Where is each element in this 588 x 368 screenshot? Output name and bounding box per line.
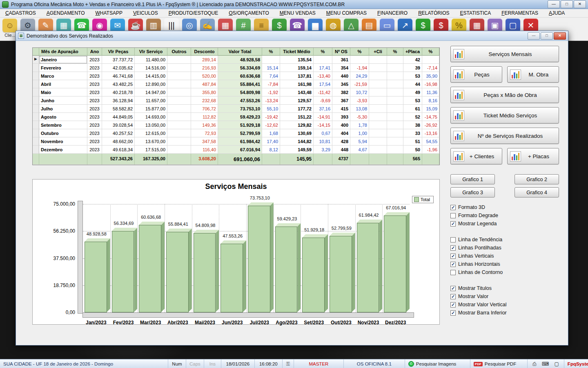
agenda-icon[interactable]: ✎ bbox=[37, 18, 55, 32]
table-row[interactable]: Fevereiro202342.035,6214.516,00216,9356.… bbox=[33, 64, 439, 72]
stock-icon[interactable]: ▥ bbox=[145, 18, 163, 32]
checkbox-mostrar-titulos[interactable]: ✓Mostrar Titulos bbox=[450, 284, 559, 292]
column-header[interactable]: +Cli bbox=[369, 48, 387, 56]
ticket-medio-button[interactable]: Ticket Médio Serviços bbox=[450, 107, 559, 123]
dollar-red-icon[interactable]: $ bbox=[432, 18, 450, 32]
barcode-icon[interactable]: ||| bbox=[163, 18, 180, 32]
search-pdf-button[interactable]: PDF Pesquisar PDF bbox=[470, 359, 528, 368]
menu-ferramentas[interactable]: FERRAMENTAS bbox=[496, 9, 543, 17]
laptop-icon[interactable]: ⌨ bbox=[542, 361, 549, 367]
checkbox-box[interactable]: ✓ bbox=[450, 254, 456, 259]
num-servicos-realizados-button[interactable]: Nº de Serviços Realizados bbox=[450, 128, 559, 144]
column-header[interactable]: Ano bbox=[87, 48, 102, 56]
checkbox-linhas-verticais[interactable]: ✓Linhas Verticais bbox=[450, 252, 559, 260]
search-images-button[interactable]: ✆ Pesquisar Imagens bbox=[405, 359, 470, 368]
checkbox-formato-degrade[interactable]: Formato Degrade bbox=[450, 211, 559, 220]
image-icon[interactable]: ▣ bbox=[486, 18, 504, 32]
column-header[interactable]: % bbox=[350, 48, 369, 56]
checkbox-mostrar-legenda[interactable]: ✓Mostrar Legenda bbox=[450, 220, 559, 228]
column-header[interactable] bbox=[33, 48, 39, 56]
checkbox-box[interactable]: ✓ bbox=[450, 221, 456, 227]
column-header[interactable]: % bbox=[422, 48, 439, 56]
menu-agendamento[interactable]: AGENDAMENTO bbox=[41, 9, 90, 17]
column-header[interactable]: Mês de Apuração bbox=[39, 48, 87, 56]
card-icon[interactable]: ▭ bbox=[378, 18, 396, 32]
table-row[interactable]: ▶Janeiro202337.737,7211.480,00289,1448.9… bbox=[33, 56, 439, 64]
table-row[interactable]: Outubro202340.257,5212.615,0072,9352.799… bbox=[33, 129, 439, 137]
percent-icon[interactable]: % bbox=[450, 18, 468, 32]
table-row[interactable]: Marco202346.741,6814.415,00520,0060.636,… bbox=[33, 72, 439, 80]
calendar-red-icon[interactable]: ▦ bbox=[468, 18, 486, 32]
column-header[interactable]: Ticket Médio bbox=[280, 48, 314, 56]
schedule-icon[interactable]: ▦ bbox=[55, 18, 73, 32]
dollar-green-icon[interactable]: $ bbox=[414, 18, 432, 32]
chart-icon[interactable]: ▆ bbox=[306, 18, 324, 32]
column-header[interactable]: % bbox=[314, 48, 332, 56]
column-header[interactable]: +Placa bbox=[403, 48, 422, 56]
stats-up-icon[interactable]: ↗ bbox=[396, 18, 414, 32]
menu-menu-vendas[interactable]: MENU VENDAS bbox=[274, 9, 321, 17]
column-header[interactable]: Nº OS bbox=[332, 48, 350, 56]
mais-placas-button[interactable]: + Placas bbox=[507, 148, 559, 164]
column-header[interactable]: % bbox=[262, 48, 280, 56]
calendar-icon[interactable]: ▦ bbox=[216, 18, 234, 32]
checkbox-mostrar-valor[interactable]: ✓Mostrar Valor bbox=[450, 292, 559, 301]
menu-ajuda[interactable]: AJUDA bbox=[543, 9, 570, 17]
menu-cadastros[interactable]: CADASTROS bbox=[0, 9, 41, 17]
exit-icon[interactable]: ✕ bbox=[522, 18, 540, 32]
pecas-button[interactable]: Peças bbox=[450, 66, 502, 83]
checkbox-box[interactable] bbox=[450, 213, 456, 218]
menu-whatsapp[interactable]: WHATSAPP bbox=[90, 9, 128, 17]
grafico-1-button[interactable]: Grafico 1 bbox=[450, 174, 495, 184]
checkbox-linhas-horizontais[interactable]: ✓Linhas Horizontais bbox=[450, 260, 559, 268]
vehicle-icon[interactable]: ⚙ bbox=[19, 18, 37, 32]
whatsapp-icon[interactable]: ☎ bbox=[73, 18, 91, 32]
checkbox-box[interactable] bbox=[450, 270, 456, 275]
table-row[interactable]: Julho202358.582,8215.877,00706,7273.753,… bbox=[33, 105, 439, 113]
menu-relatorios[interactable]: RELATÓRIOS bbox=[413, 9, 454, 17]
menu-estatistica[interactable]: ESTATISTICA bbox=[455, 9, 497, 17]
inner-maximize-button[interactable]: □ bbox=[541, 32, 553, 40]
calculator-icon[interactable]: # bbox=[234, 18, 252, 32]
column-header[interactable]: Vlr Peças bbox=[102, 48, 135, 56]
grafico-3-button[interactable]: Grafico 3 bbox=[450, 187, 495, 197]
menu-os-orcamento[interactable]: OS/ORÇAMENTO bbox=[223, 9, 274, 17]
table-row[interactable]: Dezembro202349.618,3417.515,00116,4067.0… bbox=[33, 146, 439, 154]
servicos-mensais-button[interactable]: Serviços Mensais bbox=[450, 46, 559, 62]
column-header[interactable]: Outros bbox=[167, 48, 191, 56]
maximize-button[interactable]: □ bbox=[561, 0, 573, 8]
grafico-4-button[interactable]: Grafico 4 bbox=[514, 187, 559, 197]
checkbox-formato-3d[interactable]: ✓Formato 3D bbox=[450, 203, 559, 211]
ruler-icon[interactable]: △ bbox=[342, 18, 360, 32]
inner-minimize-button[interactable]: — bbox=[528, 32, 540, 40]
minimize-button[interactable]: — bbox=[548, 0, 560, 8]
menu-financeiro[interactable]: FINANCEIRO bbox=[372, 9, 413, 17]
money-icon[interactable]: $ bbox=[270, 18, 288, 32]
checkbox-box[interactable]: ✓ bbox=[450, 310, 456, 316]
os-edit-icon[interactable]: ✍ bbox=[198, 18, 216, 32]
monitor-icon[interactable]: ▢ bbox=[504, 18, 522, 32]
table-row[interactable]: Maio202340.218,7814.947,00355,8054.809,9… bbox=[33, 88, 439, 96]
close-button[interactable]: ✕ bbox=[574, 0, 586, 8]
checkbox-box[interactable]: ✓ bbox=[450, 302, 456, 307]
checkbox-box[interactable]: ✓ bbox=[450, 294, 456, 299]
phone-icon[interactable]: ☎ bbox=[288, 18, 306, 32]
table-row[interactable]: Junho202336.128,9411.657,00232,6847.553,… bbox=[33, 96, 439, 105]
sms-icon[interactable]: ✉ bbox=[109, 18, 127, 32]
checkbox-linhas-pontilhadas[interactable]: ✓Linhas Pontilhadas bbox=[450, 244, 559, 252]
checkbox-box[interactable]: ✓ bbox=[450, 262, 456, 267]
table-row[interactable]: Setembro202339.028,5413.050,00149,3651.9… bbox=[33, 121, 439, 129]
column-header[interactable]: Valor Total bbox=[218, 48, 262, 56]
table-row[interactable]: Agosto202344.849,0514.693,00112,8259.429… bbox=[33, 113, 439, 121]
column-header[interactable]: Desconto bbox=[191, 48, 218, 56]
checkbox-box[interactable]: ✓ bbox=[450, 205, 456, 210]
printer-icon[interactable]: ⎙ bbox=[532, 361, 537, 367]
checkbox-linha-de-tendencia[interactable]: Linha de Tendência bbox=[450, 236, 559, 244]
notes-icon[interactable]: ≡ bbox=[252, 18, 270, 32]
instagram-icon[interactable]: ◉ bbox=[91, 18, 109, 32]
checkbox-mostrar-valor-vertical[interactable]: ✓Mostrar Valor Vertical bbox=[450, 301, 559, 309]
menu-veiculos[interactable]: VEICULOS bbox=[128, 9, 163, 17]
checkbox-box[interactable]: ✓ bbox=[450, 286, 456, 291]
table-row[interactable]: Abril202343.482,2512.890,00487,8455.884,… bbox=[33, 80, 439, 88]
search-stats-icon[interactable]: ◎ bbox=[180, 18, 198, 32]
